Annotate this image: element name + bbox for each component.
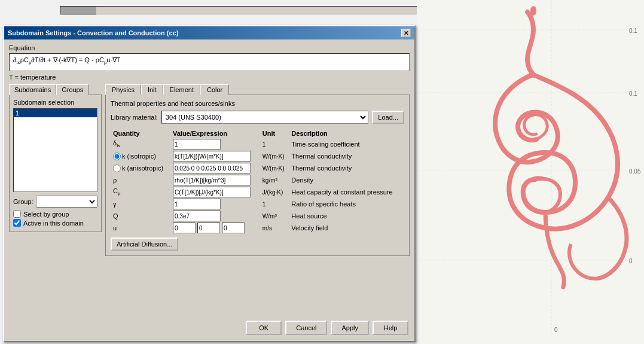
dialog: Subdomain Settings - Convection and Cond…	[3, 25, 416, 342]
select-by-group-checkbox[interactable]	[13, 210, 21, 218]
subdomain-listbox[interactable]: 1	[13, 108, 97, 192]
load-button[interactable]: Load...	[372, 111, 404, 124]
col-header-value: Value/Expression	[170, 129, 260, 138]
outer-tabs: Subdomains Groups	[9, 84, 102, 95]
radio-k-aniso-label[interactable]: k (anisotropic)	[113, 165, 168, 172]
input-k-iso[interactable]	[173, 151, 251, 162]
desc-k-iso: Thermal conductivity	[289, 150, 404, 162]
inner-tabs: Physics Init Element Color	[105, 84, 410, 95]
desc-delta-ts: Time-scaling coefficient	[289, 138, 404, 150]
tab-color[interactable]: Color	[200, 84, 229, 95]
equation-formula: ∂tsρCp∂T/∂t + ∇·(-k∇T) = Q - ρCpu·∇T	[9, 53, 410, 71]
table-row: γ 1 Ratio of specific heats	[111, 198, 404, 210]
unit-k-aniso: W/(m·K)	[260, 162, 289, 174]
left-panel: Subdomains Groups Subdomain selection 1 …	[9, 84, 102, 256]
help-button[interactable]: Help	[373, 321, 408, 335]
quantity-cp: Cp	[111, 186, 170, 198]
col-header-unit: Unit	[260, 129, 289, 138]
quantity-rho: ρ	[111, 174, 170, 186]
listbox-item[interactable]: 1	[14, 109, 97, 117]
unit-cp: J/(kg·K)	[260, 186, 289, 198]
thermal-header: Thermal properties and heat sources/sink…	[111, 100, 404, 107]
quantity-delta-ts: δts	[111, 138, 170, 150]
dialog-body: Equation ∂tsρCp∂T/∂t + ∇·(-k∇T) = Q - ρC…	[4, 39, 414, 261]
select-by-group-label: Select by group	[23, 211, 69, 218]
desc-rho: Density	[289, 174, 404, 186]
axis-label-3: 0.05	[629, 168, 641, 175]
input-u2[interactable]	[197, 223, 220, 233]
radio-k-isotropic[interactable]	[113, 153, 121, 160]
equation-section: Equation ∂tsρCp∂T/∂t + ∇·(-k∇T) = Q - ρC…	[9, 44, 410, 81]
input-gamma[interactable]	[173, 199, 221, 209]
subdomain-selection-label: Subdomain selection	[13, 99, 97, 106]
unit-delta-ts: 1	[260, 138, 289, 150]
radio-k-anisotropic[interactable]	[113, 165, 121, 172]
input-rho[interactable]	[173, 175, 251, 185]
tab-physics[interactable]: Physics	[105, 84, 141, 95]
equation-text: ∂tsρCp∂T/∂t + ∇·(-k∇T) = Q - ρCpu·∇T	[13, 56, 120, 63]
table-row: Q W/m³ Heat source	[111, 210, 404, 222]
main-area: Subdomains Groups Subdomain selection 1 …	[9, 84, 410, 256]
radio-k-iso-label[interactable]: k (isotropic)	[113, 153, 168, 160]
group-select[interactable]	[36, 196, 97, 208]
temp-definition: T = temperature	[9, 74, 410, 81]
apply-button[interactable]: Apply	[331, 321, 369, 335]
table-row: k (anisotropic) W/(m·K) Thermal conducti…	[111, 162, 404, 174]
col-header-quantity: Quantity	[111, 129, 170, 138]
library-label: Library material:	[111, 114, 158, 121]
table-row: k (isotropic) W/(m·K) Thermal conductivi…	[111, 150, 404, 162]
input-q[interactable]	[173, 211, 221, 221]
artificial-diffusion-button[interactable]: Artificial Diffusion...	[111, 238, 178, 251]
input-delta-ts[interactable]	[173, 139, 221, 150]
table-row: Cp J/(kg·K) Heat capacity at constant pr…	[111, 186, 404, 198]
input-k-aniso[interactable]	[173, 163, 251, 173]
table-row: ρ kg/m³ Density	[111, 174, 404, 186]
value-q	[170, 210, 260, 222]
close-button[interactable]: ✕	[401, 29, 411, 37]
col-header-desc: Description	[289, 129, 404, 138]
unit-q: W/m³	[260, 210, 289, 222]
desc-k-aniso: Thermal conductivity	[289, 162, 404, 174]
unit-gamma: 1	[260, 198, 289, 210]
select-by-group-row: Select by group	[13, 210, 97, 218]
value-rho	[170, 174, 260, 186]
cancel-button[interactable]: Cancel	[285, 321, 327, 335]
desc-cp: Heat capacity at constant pressure	[289, 186, 404, 198]
desc-q: Heat source	[289, 210, 404, 222]
value-delta-ts	[170, 138, 260, 150]
equation-label: Equation	[9, 44, 410, 51]
axis-label-2: 0.1	[629, 90, 637, 97]
left-panel-box: Subdomain selection 1 Group: Select by g…	[9, 95, 102, 232]
right-panel: Physics Init Element Color Thermal prope…	[105, 84, 410, 256]
group-label: Group:	[13, 198, 33, 205]
library-material-select[interactable]: 304 (UNS S30400)	[161, 111, 369, 124]
spiral-viz: 0.1 0.1 0.05 0 0	[417, 0, 644, 344]
quantity-k-aniso: k (anisotropic)	[111, 162, 170, 174]
unit-rho: kg/m³	[260, 174, 289, 186]
tab-subdomains[interactable]: Subdomains	[9, 84, 56, 95]
desc-gamma: Ratio of specific heats	[289, 198, 404, 210]
active-in-domain-checkbox[interactable]	[13, 219, 21, 227]
axis-label-5: 0	[554, 327, 558, 333]
desc-u: Velocity field	[289, 222, 404, 234]
dialog-titlebar: Subdomain Settings - Convection and Cond…	[4, 26, 414, 39]
table-row: δts 1 Time-scaling coefficient	[111, 138, 404, 150]
input-cp[interactable]	[173, 187, 251, 197]
ok-button[interactable]: OK	[246, 321, 282, 335]
tab-init[interactable]: Init	[141, 84, 163, 95]
quantity-gamma: γ	[111, 198, 170, 210]
axis-label-1: 0.1	[629, 28, 637, 34]
input-u1[interactable]	[173, 223, 196, 233]
active-in-domain-row: Active in this domain	[13, 219, 97, 227]
dialog-title: Subdomain Settings - Convection and Cond…	[8, 29, 178, 36]
tab-element[interactable]: Element	[163, 84, 200, 95]
scrollbar-top[interactable]	[60, 6, 419, 14]
scrollbar-thumb[interactable]	[60, 7, 96, 15]
active-in-domain-label: Active in this domain	[23, 220, 84, 227]
unit-u: m/s	[260, 222, 289, 234]
tab-groups[interactable]: Groups	[56, 84, 88, 95]
library-row: Library material: 304 (UNS S30400) Load.…	[111, 111, 404, 124]
quantity-u: u	[111, 222, 170, 234]
value-k-iso	[170, 150, 260, 162]
input-u3[interactable]	[222, 223, 245, 233]
